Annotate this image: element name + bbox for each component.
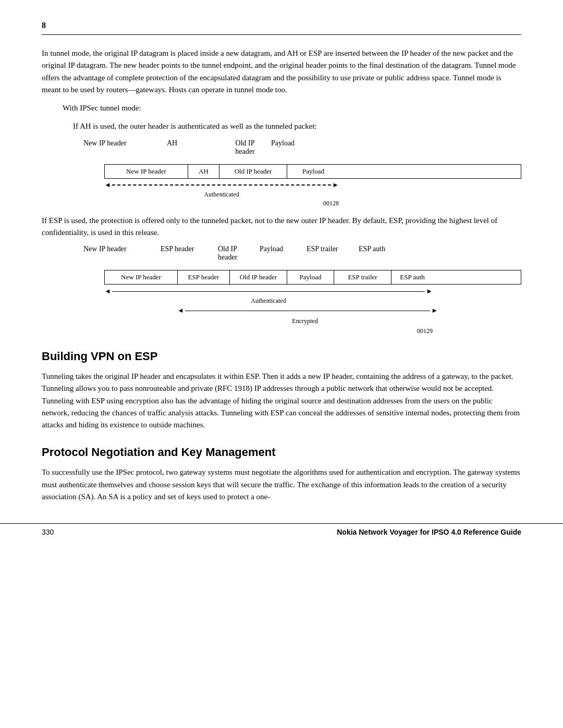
esp-cell-auth: ESP auth <box>391 270 433 284</box>
section1-heading: Building VPN on ESP <box>42 350 521 363</box>
esp-cell-payload: Payload <box>287 270 334 284</box>
esp-intro: If ESP is used, the protection is offere… <box>42 215 521 239</box>
top-rule <box>42 34 521 35</box>
ah-arrow-left-marker: ◄ <box>104 181 111 189</box>
esp-label-trailer: ESP trailer <box>307 245 359 253</box>
section2-paragraph: To successfully use the IPSec protocol, … <box>42 466 521 503</box>
ah-arrow-row: ◄ ► <box>104 181 339 189</box>
esp-figure-number: 00129 <box>104 327 433 335</box>
ah-arrow-right-marker: ► <box>332 181 339 189</box>
footer-guide-title: Nokia Network Voyager for IPSO 4.0 Refer… <box>337 528 521 536</box>
ah-diagram-box-row: New IP header AH Old IP header Payload <box>104 164 521 179</box>
esp-diagram-box-row: New IP header ESP header Old IP header P… <box>104 270 521 285</box>
ah-text-label-row: New IP header AH Old IP header Payload <box>83 139 521 156</box>
ah-cell-old-ip: Old IP header <box>219 165 287 178</box>
footer: 330 Nokia Network Voyager for IPSO 4.0 R… <box>0 523 563 540</box>
esp-text-label-row: New IP header ESP header Old IP header P… <box>83 245 521 262</box>
esp-enc-arrow-left: ◄ <box>177 306 184 315</box>
esp-enc-arrow-right: ► <box>431 306 438 315</box>
ah-diagram: New IP header AH Old IP header Payload ◄… <box>104 164 521 207</box>
ah-label-ah: AH <box>167 139 219 147</box>
esp-cell-old-ip: Old IP header <box>230 270 287 284</box>
esp-enc-arrow-row: ◄ ► <box>177 306 438 315</box>
esp-enc-solid-line <box>185 311 430 311</box>
esp-auth-arrow-left: ◄ <box>104 287 111 295</box>
esp-auth-solid-line <box>112 291 425 292</box>
ah-dashed-line <box>112 184 331 186</box>
ah-label-new-ip: New IP header <box>83 139 167 147</box>
esp-label-payload: Payload <box>260 245 307 253</box>
section2-heading: Protocol Negotiation and Key Management <box>42 446 521 459</box>
ipsec-label: With IPSec tunnel mode: <box>63 102 521 114</box>
ah-label-payload: Payload <box>271 139 323 147</box>
ah-cell-ah: AH <box>188 165 219 178</box>
esp-label-new-ip: New IP header <box>83 245 161 253</box>
esp-auth-arrow-right: ► <box>426 287 433 295</box>
esp-cell-new-ip: New IP header <box>105 270 178 284</box>
ah-figure-number: 00128 <box>104 200 339 207</box>
esp-authenticated-label: Authenticated <box>104 297 433 305</box>
ah-cell-payload: Payload <box>287 165 339 178</box>
esp-label-auth: ESP auth <box>359 245 400 253</box>
esp-label-old-ip: Old IP header <box>218 245 260 262</box>
esp-diagram: New IP header ESP header Old IP header P… <box>104 270 521 335</box>
esp-cell-trailer: ESP trailer <box>334 270 391 284</box>
ah-intro: If AH is used, the outer header is authe… <box>73 120 521 132</box>
ah-authenticated-label: Authenticated <box>104 191 339 199</box>
section1-paragraph: Tunneling takes the original IP header a… <box>42 371 521 431</box>
page: 8 In tunnel mode, the original IP datagr… <box>0 0 563 540</box>
ah-cell-new-ip: New IP header <box>105 165 188 178</box>
footer-page-num: 330 <box>42 528 54 536</box>
ah-label-old-ip: Old IP header <box>219 139 271 156</box>
intro-paragraph: In tunnel mode, the original IP datagram… <box>42 47 521 96</box>
esp-encrypted-label: Encrypted <box>177 317 433 325</box>
esp-label-esp-header: ESP header <box>161 245 218 253</box>
esp-auth-arrow-row: ◄ ► <box>104 287 433 295</box>
page-number: 8 <box>42 21 521 30</box>
esp-cell-esp-header: ESP header <box>178 270 230 284</box>
